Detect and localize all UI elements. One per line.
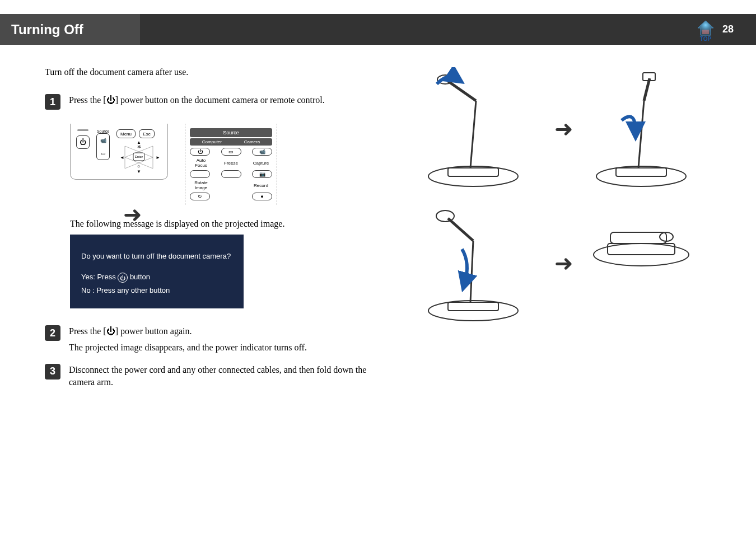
right-column: ➜ (414, 67, 711, 400)
arrow-right-2: ➜ (554, 250, 571, 276)
svg-text:◄: ◄ (120, 155, 124, 160)
intro-text: Turn off the document camera after use. (45, 67, 381, 77)
svg-rect-13 (448, 168, 498, 176)
remote-camera-label: Camera (244, 139, 260, 144)
step-1-text-a: Press the [ (69, 95, 106, 105)
indicator-icon (77, 129, 88, 131)
step-number-3: 3 (45, 364, 60, 380)
record-label: Record (250, 183, 272, 188)
camera-position-1 (414, 67, 532, 190)
svg-rect-23 (610, 232, 666, 243)
svg-text:▼: ▼ (137, 169, 141, 174)
projector-question: Do you want to turn off the document cam… (81, 251, 232, 261)
document-camera-control-panel: ⏻ Source 📹▭ Menu Esc (70, 124, 168, 180)
inline-power-icon: ⏻ (118, 273, 128, 283)
step-number-1: 1 (45, 94, 60, 110)
nav-pad: Menu Esc Enter ▲ ▼ ◄ ► ✲ (116, 129, 161, 174)
remote-computer-button: ▭ (221, 148, 241, 156)
fold-sequence: ➜ (414, 67, 711, 325)
step-1-text: Press the [⏻] power button on the docume… (69, 94, 381, 106)
step-number-2: 2 (45, 325, 60, 341)
remote-computer-label: Computer (202, 139, 222, 144)
page-number: 28 (722, 24, 734, 35)
step-1: 1 Press the [⏻] power button on the docu… (45, 94, 381, 110)
record-button: ● (252, 193, 272, 200)
step-3-text: Disconnect the power cord and any other … (69, 364, 381, 389)
content-area: Turn off the document camera after use. … (0, 45, 756, 422)
dpad-icon: Enter ▲ ▼ ◄ ► ✲ ☼ (116, 140, 161, 174)
yes-prefix: Yes: Press (81, 273, 118, 282)
freeze-label: Freeze (220, 161, 242, 166)
projector-yes: Yes: Press ⏻ button (81, 273, 232, 283)
page-header: Turning Off TOP 28 (0, 14, 756, 45)
svg-text:✲: ✲ (137, 144, 141, 149)
auto-focus-button (190, 170, 210, 178)
left-column: Turn off the document camera after use. … (45, 67, 381, 400)
top-label: TOP (700, 36, 711, 42)
svg-rect-19 (448, 302, 498, 311)
rotate-button: ↻ (190, 193, 210, 200)
remote-power-button: ⏻ (190, 148, 210, 156)
power-icon: ⏻ (106, 95, 115, 105)
capture-label: Capture (250, 161, 272, 166)
svg-text:Enter: Enter (135, 155, 143, 158)
source-toggle-icon: 📹▭ (96, 133, 110, 160)
diagrams-row: ⏻ Source 📹▭ Menu Esc (70, 124, 381, 205)
message-intro: The following message is displayed on th… (70, 219, 381, 229)
step-2: 2 Press the [⏻] power button again. The … (45, 325, 381, 352)
auto-focus-label: Auto Focus (190, 158, 212, 168)
esc-button: Esc (139, 129, 155, 138)
camera-position-4 (582, 202, 700, 325)
header-right: TOP 28 (694, 18, 756, 41)
step-2-text: Press the [⏻] power button again. (69, 325, 381, 338)
step-2-sub: The projected image disappears, and the … (69, 343, 381, 353)
arrow-right-1: ➜ (554, 116, 571, 142)
capture-button: 📷 (252, 170, 272, 178)
svg-rect-1 (702, 30, 709, 34)
step-3: 3 Disconnect the power cord and any othe… (45, 364, 381, 389)
projector-no: No : Press any other button (81, 286, 232, 294)
menu-button: Menu (116, 129, 136, 138)
arrow-right-mid: ➜ (123, 202, 142, 227)
rotate-image-label: Rotate Image (190, 180, 212, 190)
remote-subheader: Computer Camera (190, 138, 272, 146)
remote-control-panel: Source Computer Camera ⏻ ▭ 📹 Auto Focus … (185, 124, 277, 205)
header-title: Turning Off (0, 14, 140, 45)
camera-position-2 (582, 67, 700, 190)
remote-camera-button: 📹 (252, 148, 272, 156)
svg-text:►: ► (156, 155, 160, 160)
camera-position-3 (414, 202, 532, 325)
home-top-icon[interactable]: TOP (694, 18, 717, 41)
remote-source-header: Source (190, 128, 272, 137)
freeze-button (221, 170, 241, 178)
yes-suffix: button (128, 273, 150, 282)
power-button-icon: ⏻ (76, 135, 90, 149)
step-1-text-b: ] power button on the document camera or… (115, 95, 325, 105)
svg-rect-16 (616, 168, 666, 176)
source-label: Source (97, 129, 109, 133)
projector-message-box: Do you want to turn off the document cam… (70, 235, 244, 308)
svg-text:☼: ☼ (137, 163, 141, 168)
svg-point-20 (436, 210, 454, 222)
